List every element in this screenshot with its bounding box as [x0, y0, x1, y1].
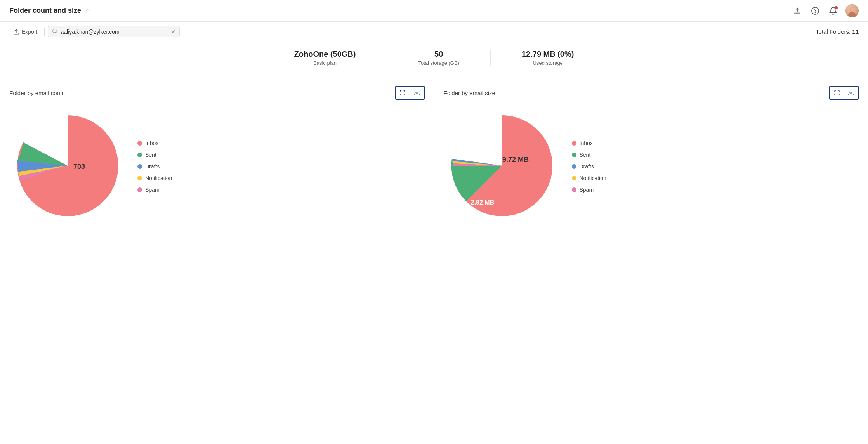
upload-icon[interactable] [792, 5, 803, 16]
search-container[interactable]: aaliya.khan@zylker.com ✕ [48, 26, 180, 37]
spam-label: Spam [145, 187, 160, 193]
header-left: Folder count and size ☆ [9, 7, 90, 15]
notification-label-right: Notification [580, 175, 606, 181]
inbox-label: Inbox [145, 140, 158, 146]
storage-label: Total storage (GB) [418, 60, 459, 66]
spam-label-right: Spam [580, 187, 594, 193]
legend-item-sent-left: Sent [137, 152, 172, 158]
legend-item-spam-right: Spam [572, 187, 606, 193]
export-label: Export [22, 29, 37, 35]
header: Folder count and size ☆ [0, 0, 868, 22]
notifications-icon[interactable] [828, 5, 838, 16]
help-icon[interactable] [810, 5, 821, 16]
total-folders-value: 11 [852, 28, 859, 35]
notification-dot-legend [137, 176, 142, 180]
svg-point-7 [53, 29, 56, 33]
sent-label-right: Sent [580, 152, 591, 158]
clear-search-icon[interactable]: ✕ [171, 29, 175, 35]
spam-dot [137, 187, 142, 192]
legend-item-notification-left: Notification [137, 175, 172, 181]
svg-point-2 [815, 12, 816, 13]
right-chart-title: Folder by email size [444, 90, 495, 96]
inbox-dot-right [572, 141, 576, 146]
spam-dot-right [572, 187, 576, 192]
used-value: 12.79 MB (0%) [522, 50, 574, 59]
svg-point-4 [848, 12, 856, 17]
toolbar-divider [44, 28, 45, 36]
right-chart-actions [829, 86, 859, 100]
drafts-dot-right [572, 164, 576, 169]
notification-dot-right [572, 176, 576, 180]
search-value: aaliya.khan@zylker.com [61, 29, 168, 35]
stat-used: 12.79 MB (0%) Used storage [491, 50, 605, 66]
stat-plan: ZohoOne (50GB) Basic plan [263, 50, 387, 66]
right-chart-header: Folder by email size [444, 86, 859, 100]
charts-section: Folder by email count [0, 74, 868, 237]
legend-item-inbox-right: Inbox [572, 140, 606, 146]
toolbar-left: Export aaliya.khan@zylker.com ✕ [9, 26, 180, 37]
left-legend: Inbox Sent Drafts Notification Spam [137, 140, 172, 193]
svg-text:703: 703 [73, 163, 85, 170]
notification-dot [835, 6, 838, 9]
legend-item-inbox-left: Inbox [137, 140, 172, 146]
right-pie-chart: 9.72 MB 2.92 MB [444, 108, 560, 225]
avatar-image [845, 4, 859, 17]
stat-storage: 50 Total storage (GB) [387, 50, 491, 66]
used-label: Used storage [522, 60, 574, 66]
right-download-button[interactable] [844, 87, 858, 99]
avatar[interactable] [845, 4, 859, 17]
svg-text:2.92 MB: 2.92 MB [470, 199, 494, 206]
legend-item-drafts-left: Drafts [137, 163, 172, 170]
inbox-label-right: Inbox [580, 140, 593, 146]
plan-label: Basic plan [294, 60, 356, 66]
left-fullscreen-button[interactable] [396, 87, 410, 99]
left-chart-header: Folder by email count [9, 86, 425, 100]
search-icon [52, 28, 57, 35]
drafts-label: Drafts [145, 163, 160, 170]
notification-label: Notification [145, 175, 172, 181]
right-chart-panel: Folder by email size [434, 82, 868, 229]
left-chart-panel: Folder by email count [0, 82, 434, 229]
svg-text:9.72 MB: 9.72 MB [502, 156, 528, 163]
left-chart-content: 703 Inbox Sent Drafts Notifica [9, 108, 425, 225]
legend-item-sent-right: Sent [572, 152, 606, 158]
total-folders-label: Total Folders: [816, 28, 851, 35]
svg-point-5 [850, 7, 854, 11]
sent-dot [137, 153, 142, 157]
star-icon[interactable]: ☆ [85, 7, 90, 14]
stats-row: ZohoOne (50GB) Basic plan 50 Total stora… [0, 42, 868, 74]
drafts-label-right: Drafts [580, 163, 594, 170]
drafts-dot [137, 164, 142, 169]
sent-label: Sent [145, 152, 156, 158]
toolbar: Export aaliya.khan@zylker.com ✕ Total Fo… [0, 22, 868, 42]
right-legend: Inbox Sent Drafts Notification Spam [572, 140, 606, 193]
left-download-button[interactable] [410, 87, 424, 99]
right-chart-content: 9.72 MB 2.92 MB Inbox Sent Drafts [444, 108, 859, 225]
total-folders: Total Folders: 11 [816, 28, 859, 35]
storage-value: 50 [418, 50, 459, 59]
sent-dot-right [572, 153, 576, 157]
legend-item-spam-left: Spam [137, 187, 172, 193]
left-pie-chart: 703 [9, 108, 126, 225]
inbox-dot [137, 141, 142, 146]
right-fullscreen-button[interactable] [830, 87, 844, 99]
left-chart-actions [395, 86, 425, 100]
plan-value: ZohoOne (50GB) [294, 50, 356, 59]
export-button[interactable]: Export [9, 26, 41, 37]
legend-item-drafts-right: Drafts [572, 163, 606, 170]
header-right [792, 4, 859, 17]
left-chart-title: Folder by email count [9, 90, 65, 96]
legend-item-notification-right: Notification [572, 175, 606, 181]
page-title: Folder count and size [9, 7, 81, 15]
